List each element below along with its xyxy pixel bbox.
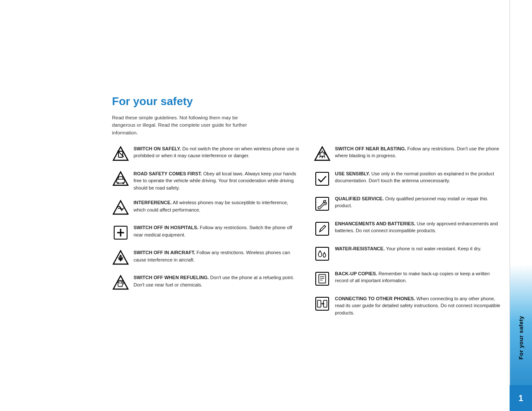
wrench-icon <box>314 195 331 212</box>
content-columns: SWITCH ON SAFELY. Do not switch the phon… <box>112 145 502 324</box>
svg-point-5 <box>117 182 119 184</box>
svg-rect-15 <box>119 281 121 283</box>
side-tab: For your safety 1 <box>510 0 532 411</box>
enhancements-bold: ENHANCEMENTS AND BATTERIES. <box>335 221 416 226</box>
qualified-service-bold: QUALIFIED SERVICE. <box>335 196 384 201</box>
switch-on-safely-bold: SWITCH ON SAFELY. <box>134 146 181 151</box>
road-safety-text: ROAD SAFETY COMES FIRST. Obey all local … <box>134 170 301 192</box>
svg-point-6 <box>122 182 124 184</box>
road-safety-bold: ROAD SAFETY COMES FIRST. <box>134 171 202 176</box>
list-item: SWITCH OFF NEAR BLASTING. Follow any res… <box>314 145 502 162</box>
connecting-text: CONNECTING TO OTHER PHONES. When connect… <box>335 295 502 317</box>
list-item: ROAD SAFETY COMES FIRST. Obey all local … <box>112 170 301 192</box>
checkmark-icon <box>314 170 331 187</box>
connecting-phones-icon <box>314 295 331 312</box>
svg-rect-29 <box>317 300 321 307</box>
enhancements-text: ENHANCEMENTS AND BATTERIES. Use only app… <box>335 220 502 234</box>
connecting-bold: CONNECTING TO OTHER PHONES. <box>335 296 415 301</box>
airplane-icon <box>112 249 129 266</box>
svg-marker-16 <box>315 147 330 160</box>
interference-icon <box>112 199 129 216</box>
hospital-text: SWITCH OFF IN HOSPITALS. Follow any rest… <box>134 224 301 238</box>
left-column: SWITCH ON SAFELY. Do not switch the phon… <box>112 145 301 324</box>
right-column: SWITCH OFF NEAR BLASTING. Follow any res… <box>314 145 502 324</box>
aircraft-bold: SWITCH OFF IN AIRCRAFT. <box>134 250 195 255</box>
interference-bold: INTERFERENCE. <box>134 200 172 205</box>
backup-bold: BACK-UP COPIES. <box>335 271 377 276</box>
qualified-service-text: QUALIFIED SERVICE. Only qualified person… <box>335 195 502 209</box>
aircraft-text: SWITCH OFF IN AIRCRAFT. Follow any restr… <box>134 249 301 263</box>
hospital-icon <box>112 224 129 241</box>
list-item: SWITCH ON SAFELY. Do not switch the phon… <box>112 145 301 162</box>
interference-text: INTERFERENCE. All wireless phones may be… <box>134 199 301 213</box>
list-item: QUALIFIED SERVICE. Only qualified person… <box>314 195 502 212</box>
water-resistance-icon <box>314 245 331 262</box>
svg-rect-24 <box>319 274 326 283</box>
list-item: WATER-RESISTANCE. Your phone is not wate… <box>314 245 502 262</box>
water-resistance-text: WATER-RESISTANCE. Your phone is not wate… <box>335 245 482 252</box>
enhancements-icon <box>314 220 331 237</box>
list-item: ENHANCEMENTS AND BATTERIES. Use only app… <box>314 220 502 237</box>
blasting-text: SWITCH OFF NEAR BLASTING. Follow any res… <box>335 145 502 159</box>
svg-marker-13 <box>113 276 128 289</box>
switch-on-safely-text: SWITCH ON SAFELY. Do not switch the phon… <box>134 145 301 159</box>
page-title: For your safety <box>112 95 502 108</box>
side-tab-label: For your safety <box>518 316 524 359</box>
phone-prohibited-icon <box>112 145 129 162</box>
list-item: USE SENSIBLY. Use only in the normal pos… <box>314 170 502 187</box>
water-resistance-bold: WATER-RESISTANCE. <box>335 246 385 251</box>
list-item: BACK-UP COPIES. Remember to make back-up… <box>314 270 502 287</box>
svg-line-21 <box>324 225 326 227</box>
refueling-text: SWITCH OFF WHEN REFUELING. Don't use the… <box>134 274 301 288</box>
list-item: SWITCH OFF IN HOSPITALS. Follow any rest… <box>112 224 301 241</box>
page-number: 1 <box>510 385 532 411</box>
blasting-icon <box>314 145 331 162</box>
intro-text: Read these simple guidelines. Not follow… <box>112 114 250 137</box>
refueling-bold: SWITCH OFF WHEN REFUELING. <box>134 275 209 280</box>
page-container: For your safety 1 For your safety Read t… <box>0 0 532 411</box>
backup-text: BACK-UP COPIES. Remember to make back-up… <box>335 270 502 284</box>
list-item: INTERFERENCE. All wireless phones may be… <box>112 199 301 216</box>
fuel-icon <box>112 274 129 291</box>
svg-rect-17 <box>316 172 329 185</box>
svg-rect-19 <box>316 222 329 235</box>
car-warning-icon <box>112 170 129 187</box>
hospital-bold: SWITCH OFF IN HOSPITALS. <box>134 225 199 230</box>
blasting-bold: SWITCH OFF NEAR BLASTING. <box>335 146 406 151</box>
use-sensibly-text: USE SENSIBLY. Use only in the normal pos… <box>335 170 502 184</box>
list-item: SWITCH OFF WHEN REFUELING. Don't use the… <box>112 274 301 291</box>
svg-rect-22 <box>316 247 329 260</box>
list-item: SWITCH OFF IN AIRCRAFT. Follow any restr… <box>112 249 301 266</box>
use-sensibly-bold: USE SENSIBLY. <box>335 171 370 176</box>
list-item: CONNECTING TO OTHER PHONES. When connect… <box>314 295 502 317</box>
side-tab-upper <box>510 0 532 265</box>
main-content: For your safety Read these simple guidel… <box>112 95 502 377</box>
backup-icon <box>314 270 331 287</box>
